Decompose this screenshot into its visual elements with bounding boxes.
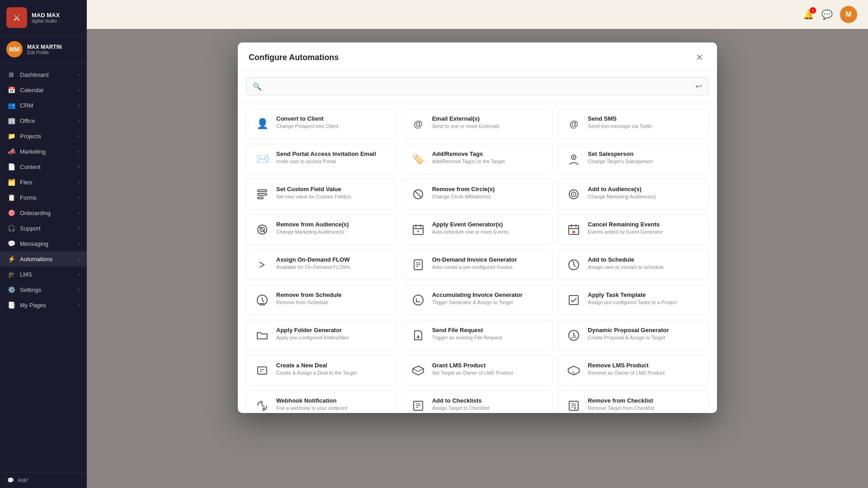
automation-item-create-new-deal[interactable]: Create a New Deal Create & Assign a Deal… — [246, 355, 397, 386]
create-new-deal-icon — [254, 362, 271, 379]
automation-item-send-file-request[interactable]: Send File Request Trigger an existing Fi… — [402, 320, 553, 351]
automation-item-set-salesperson[interactable]: Set Salesperson Change Target's Salesper… — [557, 144, 709, 174]
automation-item-webhook-notification[interactable]: Webhook Notification Fire a webhook to y… — [246, 390, 397, 413]
sidebar-item-dashboard[interactable]: ⊞Dashboard › — [0, 67, 87, 82]
search-input[interactable] — [266, 83, 691, 90]
remove-from-circle-desc: Change Circle Affiliation(s) — [432, 194, 546, 199]
send-portal-access-desc: Invite user to access Portal — [276, 159, 390, 164]
back-button[interactable]: ↩ — [695, 81, 702, 91]
svg-rect-2 — [258, 190, 267, 192]
search-icon: 🔍 — [253, 82, 262, 91]
ask-label: Ask! — [18, 477, 28, 483]
sidebar-item-forms[interactable]: 📋Forms › — [0, 190, 87, 205]
apply-task-template-desc: Assign pre-configured Tasks to a Project — [588, 300, 701, 305]
logo-icon: ⚔ — [6, 7, 27, 28]
sidebar-item-office[interactable]: 🏢Office › — [0, 113, 87, 128]
dashboard-icon: ⊞ — [7, 71, 15, 78]
sidebar-item-crm[interactable]: 👥CRM › — [0, 98, 87, 113]
ask-icon: 💬 — [7, 477, 14, 483]
sidebar-item-label: My Pages — [20, 302, 46, 309]
sidebar-item-label: LMS — [20, 271, 32, 278]
automation-item-remove-lms-product[interactable]: Remove LMS Product Remove as Owner of LM… — [557, 355, 709, 386]
automation-item-add-remove-tags[interactable]: 🏷️ Add/Remove Tags Add/Remove Tag(s) to … — [402, 144, 553, 174]
svg-rect-3 — [258, 193, 267, 195]
set-salesperson-title: Set Salesperson — [588, 150, 701, 157]
automation-item-assign-on-demand-flow[interactable]: Assign On-Demand FLOW Available for On-D… — [246, 249, 397, 280]
lms-icon: 🎓 — [7, 271, 15, 278]
sidebar-item-label: Marketing — [20, 148, 46, 155]
sidebar-item-lms[interactable]: 🎓LMS › — [0, 267, 87, 282]
add-remove-tags-desc: Add/Remove Tag(s) to the Target — [432, 159, 546, 164]
sidebar-item-label: Messaging — [20, 240, 48, 247]
topbar-avatar[interactable]: M — [840, 6, 857, 23]
modal-overlay[interactable]: Configure Automations ✕ 🔍 ↩ 👤 Convert to… — [87, 29, 868, 488]
notification-bell[interactable]: 🔔 2 — [803, 9, 814, 20]
automation-item-email-externals[interactable]: @ Email External(s) Send to one or more … — [402, 108, 553, 139]
svg-line-43 — [572, 371, 576, 374]
sidebar-item-label: Automations — [20, 256, 52, 263]
automation-item-remove-from-audiences[interactable]: Remove from Audience(s) Change Marketing… — [246, 214, 397, 245]
sidebar-item-content[interactable]: 📄Content › — [0, 159, 87, 174]
automation-item-remove-from-schedule[interactable]: Remove from Schedule Remove from Schedul… — [246, 285, 397, 315]
sidebar-item-support[interactable]: 🎧Support › — [0, 221, 87, 236]
remove-lms-product-title: Remove LMS Product — [588, 362, 701, 369]
remove-lms-product-icon — [565, 362, 582, 379]
sidebar-item-projects[interactable]: 📁Projects › — [0, 128, 87, 144]
automation-item-cancel-remaining-events[interactable]: Cancel Remaining Events Events added by … — [557, 214, 709, 245]
send-file-request-desc: Trigger an existing File Request — [432, 335, 546, 340]
sidebar-item-calendar[interactable]: 📅Calendar › — [0, 82, 87, 98]
sidebar-item-automations[interactable]: ⚡Automations › — [0, 251, 87, 267]
automation-item-grant-lms-product[interactable]: Grant LMS Product Set Target as Owner of… — [402, 355, 553, 386]
convert-to-client-icon: 👤 — [254, 115, 271, 132]
automation-item-on-demand-invoice-generator[interactable]: On-Demand Invoice Generator Auto-create … — [402, 249, 553, 280]
automation-item-apply-event-generator[interactable]: Apply Event Generator(s) Auto-schedule o… — [402, 214, 553, 245]
sidebar-item-settings[interactable]: ⚙️Settings › — [0, 282, 87, 297]
grant-lms-product-desc: Set Target as Owner of LMS Product — [432, 370, 546, 375]
automation-item-apply-task-template[interactable]: Apply Task Template Assign pre-configure… — [557, 285, 709, 315]
remove-from-schedule-title: Remove from Schedule — [276, 291, 390, 298]
sidebar-item-label: Files — [20, 179, 32, 186]
automation-item-dynamic-proposal-generator[interactable]: Dynamic Proposal Generator Create Propos… — [557, 320, 709, 351]
sidebar-nav: ⊞Dashboard › 📅Calendar › 👥CRM › 🏢Office … — [0, 63, 87, 472]
user-profile[interactable]: MM MAX MARTIN Edit Profile — [0, 36, 87, 63]
automation-item-apply-folder-generator[interactable]: Apply Folder Generator Apply pre-configu… — [246, 320, 397, 351]
sidebar-item-messaging[interactable]: 💬Messaging › — [0, 236, 87, 251]
assign-on-demand-flow-icon — [254, 256, 271, 273]
set-custom-field-desc: Set new value for Custom Field(s) — [276, 194, 390, 199]
sidebar-item-onboarding[interactable]: 🎯Onboarding › — [0, 205, 87, 221]
automation-item-send-portal-access[interactable]: ✉️ Send Portal Access Invitation Email I… — [246, 144, 397, 174]
remove-from-circle-title: Remove from Circle(s) — [432, 186, 546, 192]
sidebar-item-label: Calendar — [20, 87, 44, 94]
automation-item-add-to-schedule[interactable]: Add to Schedule Assign user or contact t… — [557, 249, 709, 280]
sidebar-item-label: Dashboard — [20, 71, 49, 78]
svg-line-35 — [262, 300, 264, 302]
automation-grid: 👤 Convert to Client Change Prospect into… — [238, 102, 717, 413]
remove-from-checklist-desc: Remove Target from Checklist — [588, 405, 701, 411]
add-to-audiences-title: Add to Audience(s) — [588, 186, 701, 192]
sidebar-item-label: Forms — [20, 194, 37, 201]
add-remove-tags-icon: 🏷️ — [410, 150, 427, 168]
automation-item-remove-from-checklist[interactable]: Remove from Checklist Remove Target from… — [557, 390, 709, 413]
automation-item-accumulating-invoice-generator[interactable]: Accumulating Invoice Generator Trigger G… — [402, 285, 553, 315]
add-to-schedule-title: Add to Schedule — [588, 256, 701, 263]
automation-item-convert-to-client[interactable]: 👤 Convert to Client Change Prospect into… — [246, 108, 397, 139]
edit-profile-link[interactable]: Edit Profile — [27, 50, 80, 55]
messages-icon[interactable]: 💬 — [821, 9, 833, 20]
remove-from-audiences-icon — [254, 221, 271, 238]
automation-item-remove-from-circle[interactable]: Remove from Circle(s) Change Circle Affi… — [402, 179, 553, 210]
app-subtitle: digital studio — [32, 19, 60, 23]
sidebar-item-files[interactable]: 🗂️Files › — [0, 174, 87, 190]
automation-item-add-to-checklists[interactable]: Add to Checklists Assign Target to Check… — [402, 390, 553, 413]
convert-to-client-title: Convert to Client — [276, 115, 390, 122]
ask-button[interactable]: 💬 Ask! — [7, 477, 80, 483]
apply-event-generator-icon — [410, 221, 427, 238]
sidebar-item-marketing[interactable]: 📣Marketing › — [0, 144, 87, 159]
modal-close-button[interactable]: ✕ — [693, 51, 706, 64]
sidebar-item-my-pages[interactable]: 📑My Pages › — [0, 297, 87, 313]
svg-point-1 — [573, 156, 575, 158]
email-externals-desc: Send to one or more Externals — [432, 123, 546, 129]
accumulating-invoice-generator-desc: Trigger Generator & Assign to Target — [432, 300, 546, 305]
automation-item-set-custom-field[interactable]: Set Custom Field Value Set new value for… — [246, 179, 397, 210]
automation-item-send-sms[interactable]: @ Send SMS Send text message via Twilio — [557, 108, 709, 139]
automation-item-add-to-audiences[interactable]: Add to Audience(s) Change Marketing Audi… — [557, 179, 709, 210]
